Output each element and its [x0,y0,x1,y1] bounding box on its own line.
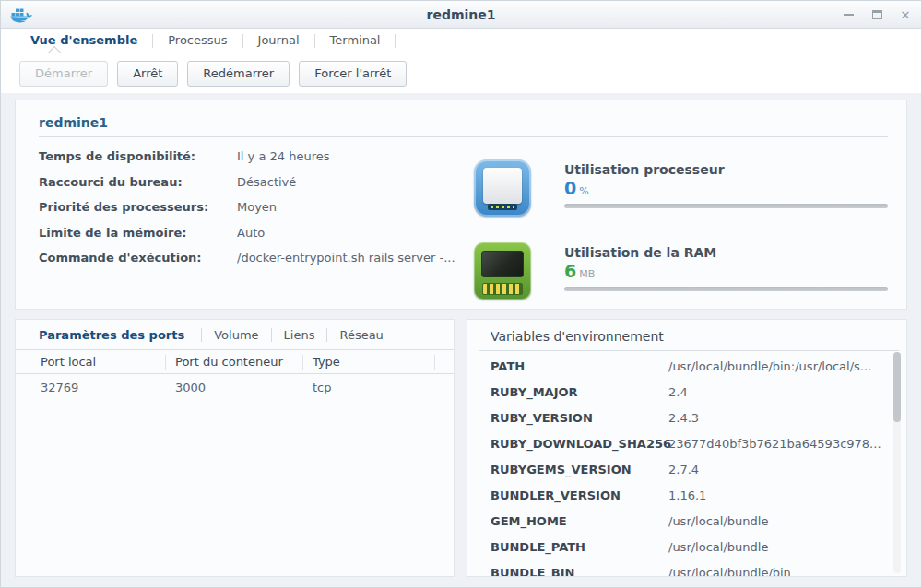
property-value: Auto [237,226,265,240]
local-port-cell: 32769 [16,381,166,394]
env-key: GEM_HOME [491,514,668,528]
minimize-icon [844,14,854,16]
minimize-button[interactable] [842,8,855,21]
tab-port-settings[interactable]: Paramètres des ports [39,328,196,342]
env-row: RUBY_DOWNLOAD_SHA256 23677d40bf3b7621ba6… [491,430,886,456]
cpu-icon [474,159,531,217]
restart-button[interactable]: Redémarrer [187,61,290,87]
tab-terminal[interactable]: Terminal [315,29,396,53]
property-label: Commande d'exécution: [39,251,237,265]
env-value: 2.7.4 [668,463,886,476]
property-value: Moyen [237,200,277,214]
env-scrollbar-track[interactable] [893,352,901,573]
ram-usage-value: 6 [564,261,576,281]
env-variables-list: PATH /usr/local/bundle/bin:/usr/local/s.… [467,351,906,577]
property-row: Raccourci du bureau: Désactivé [39,170,458,195]
container-port-cell: 3000 [166,381,303,394]
force-stop-button[interactable]: Forcer l'arrêt [299,61,407,87]
env-value: /usr/local/bundle [668,540,886,554]
overview-panel: redmine1 Temps de disponibilité: Il y a … [15,100,907,310]
env-panel-title: Variables d'environnement [467,320,906,350]
property-row: Limite de la mémoire: Auto [39,220,458,246]
ram-usage-block: Utilisation de la RAM 6MB [474,242,888,300]
env-value: 1.16.1 [668,488,886,502]
title-bar: redmine1 ✕ [1,1,921,29]
ram-icon [474,242,531,300]
property-value: /docker-entrypoint.sh rails server -... [237,251,455,265]
cpu-usage-title: Utilisation processeur [564,162,888,177]
tab-bar: Vue d'ensemble Processus Journal Termina… [1,29,921,53]
property-label: Raccourci du bureau: [39,175,237,189]
container-name-heading: redmine1 [39,115,888,130]
env-value: /usr/local/bundle/bin:/usr/local/s... [668,359,886,373]
env-variables-panel: Variables d'environnement PATH /usr/loca… [467,319,907,577]
property-label: Priorité des processeurs: [39,200,237,214]
column-header-spacer [435,355,454,370]
cpu-usage-block: Utilisation processeur 0% [474,159,888,217]
env-row: RUBY_MAJOR 2.4 [491,379,886,405]
column-header-local-port: Port local [16,355,166,370]
ram-usage-bar [564,287,888,291]
window-controls: ✕ [842,1,912,29]
divider [39,136,888,137]
env-key: RUBYGEMS_VERSION [491,463,668,476]
property-label: Temps de disponibilité: [39,149,237,163]
property-value: Désactivé [237,175,296,189]
ram-usage-title: Utilisation de la RAM [564,245,888,260]
tab-processes[interactable]: Processus [153,29,242,53]
tab-log[interactable]: Journal [243,29,314,53]
env-key: BUNDLER_VERSION [491,488,668,502]
ports-table-header: Port local Port du conteneur Type [16,350,454,374]
cpu-usage-bar [564,204,888,208]
tab-separator [396,328,396,342]
usage-stats: Utilisation processeur 0% [458,144,888,300]
property-value: Il y a 24 heures [237,149,329,163]
env-value: 2.4.3 [668,411,886,425]
maximize-icon [872,10,882,19]
env-key: BUNDLE_BIN [491,566,668,578]
env-value: /usr/local/bundle/bin [668,566,886,578]
window-title: redmine1 [1,7,921,22]
env-value: /usr/local/bundle [668,514,886,528]
property-label: Limite de la mémoire: [39,226,237,240]
port-table-row[interactable]: 32769 3000 tcp [16,374,454,400]
container-properties: Temps de disponibilité: Il y a 24 heures… [39,144,458,300]
cpu-usage-unit: % [579,185,588,197]
maximize-button[interactable] [870,8,883,21]
tab-network[interactable]: Réseau [327,328,395,342]
property-row: Commande d'exécution: /docker-entrypoint… [39,245,458,271]
property-row: Temps de disponibilité: Il y a 24 heures [39,144,458,170]
env-row: BUNDLE_BIN /usr/local/bundle/bin [491,559,886,577]
env-value: 23677d40bf3b7621ba64593c978... [668,437,886,451]
env-scrollbar-thumb[interactable] [893,352,901,422]
column-header-container-port: Port du conteneur [166,355,303,370]
cpu-usage-value: 0 [564,178,576,198]
tab-separator [395,34,396,48]
tab-volume[interactable]: Volume [202,328,270,342]
env-row: BUNDLER_VERSION 1.16.1 [491,482,886,508]
container-detail-window: redmine1 ✕ Vue d'ensemble Processus Jour… [0,0,922,588]
ports-panel: Paramètres des ports Volume Liens Réseau… [15,319,455,577]
content-area: redmine1 Temps de disponibilité: Il y a … [1,93,921,588]
env-row: RUBY_VERSION 2.4.3 [491,405,886,430]
tab-overview[interactable]: Vue d'ensemble [16,29,152,53]
action-toolbar: Démarrer Arrêt Redémarrer Forcer l'arrêt [1,53,921,93]
stop-button[interactable]: Arrêt [117,61,178,87]
property-row: Priorité des processeurs: Moyen [39,194,458,220]
env-row: BUNDLE_PATH /usr/local/bundle [491,534,886,559]
column-header-type: Type [303,355,435,370]
port-type-cell: tcp [303,381,435,394]
env-key: PATH [491,359,668,373]
env-row: RUBYGEMS_VERSION 2.7.4 [491,456,886,482]
close-button[interactable]: ✕ [899,8,912,21]
env-key: RUBY_DOWNLOAD_SHA256 [491,437,668,451]
tab-links[interactable]: Liens [272,328,327,342]
env-key: RUBY_VERSION [491,411,668,425]
env-key: RUBY_MAJOR [491,385,668,399]
env-key: BUNDLE_PATH [491,540,668,554]
env-value: 2.4 [668,385,886,399]
env-row: PATH /usr/local/bundle/bin:/usr/local/s.… [491,353,886,379]
ram-usage-unit: MB [579,268,595,280]
start-button[interactable]: Démarrer [19,61,108,87]
ports-tab-bar: Paramètres des ports Volume Liens Réseau [16,320,454,350]
